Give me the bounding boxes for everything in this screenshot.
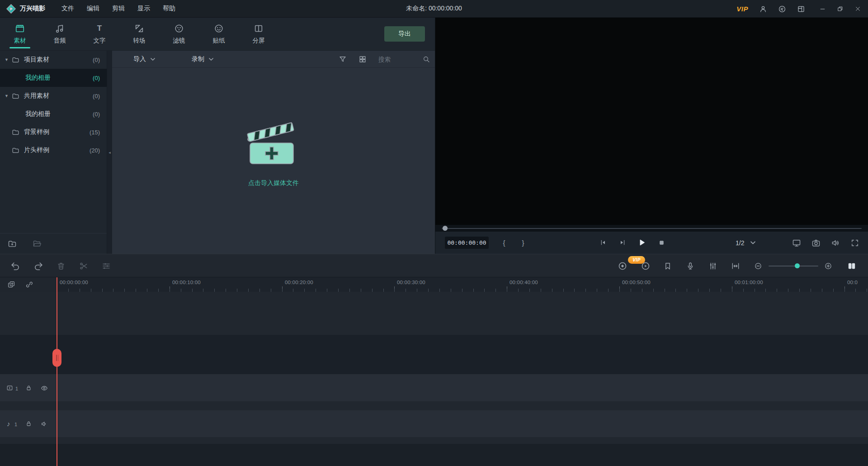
audio-track-mute-button[interactable]: [41, 420, 48, 428]
tab-transitions[interactable]: 转场: [119, 18, 159, 50]
timeline-ruler[interactable]: 00:00:00:00 00:00:10:00 00:00:20:00 00:0…: [0, 277, 868, 292]
mark-in-button[interactable]: {: [500, 232, 508, 254]
disclosure-icon[interactable]: ▼: [5, 57, 12, 62]
timeline-gutter-header: [0, 277, 57, 292]
import-dropdown[interactable]: 导入: [133, 51, 155, 68]
menu-item-file[interactable]: 文件: [55, 0, 80, 17]
display-device-button[interactable]: [792, 238, 801, 247]
volume-button[interactable]: [831, 238, 840, 247]
split-button[interactable]: [79, 262, 88, 271]
next-frame-button[interactable]: [619, 239, 626, 246]
mixer-button[interactable]: [708, 262, 717, 271]
ripple-icon: [731, 262, 740, 271]
close-button[interactable]: [855, 6, 861, 12]
sidebar-item-background-samples[interactable]: 背景样例 (15): [0, 123, 107, 141]
undo-button[interactable]: [10, 261, 20, 271]
tab-media[interactable]: 素材: [0, 18, 40, 50]
tab-filters[interactable]: 滤镜: [159, 18, 199, 50]
ruler-track[interactable]: 00:00:00:00 00:00:10:00 00:00:20:00 00:0…: [57, 277, 868, 292]
search-icon[interactable]: [423, 56, 430, 63]
panel-collapse-handle[interactable]: ◂: [107, 51, 112, 254]
sidebar-item-my-album[interactable]: 我的相册 (0): [0, 69, 107, 87]
menu-item-help[interactable]: 帮助: [156, 0, 182, 17]
view-mode-button[interactable]: [359, 55, 367, 63]
folder-icon: [12, 92, 19, 100]
sidebar-item-count: (0): [93, 111, 100, 118]
video-track-row[interactable]: [0, 374, 868, 401]
feedback-icon[interactable]: [778, 5, 786, 13]
sidebar-item-shared-media[interactable]: ▼ 共用素材 (0): [0, 87, 107, 105]
fullscreen-button[interactable]: [850, 238, 859, 247]
marker-button[interactable]: [663, 262, 672, 271]
stop-button[interactable]: [659, 240, 665, 246]
tab-label: 贴纸: [213, 37, 225, 45]
link-button[interactable]: [25, 281, 33, 289]
redo-icon: [33, 261, 43, 271]
seek-track[interactable]: [442, 228, 862, 229]
prev-frame-button[interactable]: [599, 239, 607, 246]
tab-text[interactable]: T 文字: [80, 18, 119, 50]
media-toolbar: 导入 录制: [112, 51, 435, 68]
quality-value: 1/2: [736, 239, 744, 247]
window-title: 未命名: 00:00:00:00: [406, 5, 462, 13]
minimize-button[interactable]: [820, 6, 826, 12]
panel-layout-button[interactable]: [847, 261, 857, 271]
menu-item-edit[interactable]: 编辑: [80, 0, 106, 17]
sidebar-item-intro-samples[interactable]: 片头样例 (20): [0, 141, 107, 159]
workspace-layout-icon[interactable]: [797, 5, 805, 13]
sticker-smiley-icon: [214, 24, 224, 33]
filter-button[interactable]: [339, 55, 347, 63]
tab-label: 滤镜: [173, 37, 185, 45]
keyframe-button[interactable]: [618, 261, 627, 271]
playhead[interactable]: [57, 277, 57, 466]
new-folder-button[interactable]: [8, 239, 17, 248]
account-icon[interactable]: [759, 5, 767, 13]
seek-bar[interactable]: [435, 225, 868, 232]
delete-button[interactable]: [57, 262, 66, 271]
disclosure-icon[interactable]: ▼: [5, 94, 12, 98]
audio-track-lock-button[interactable]: [25, 420, 32, 427]
video-track-visibility-button[interactable]: [41, 385, 48, 392]
camera-icon: [811, 238, 821, 247]
play-button[interactable]: [638, 238, 646, 247]
funnel-icon: [339, 55, 347, 63]
zoom-slider-thumb[interactable]: [795, 263, 800, 268]
menu-item-clip[interactable]: 剪辑: [106, 0, 131, 17]
sidebar-item-my-album-2[interactable]: 我的相册 (0): [0, 105, 107, 123]
bookmark-icon: [663, 262, 672, 271]
export-button[interactable]: 导出: [384, 26, 425, 42]
folder-icon: [12, 147, 19, 154]
voiceover-button[interactable]: [686, 262, 695, 271]
lock-icon: [25, 420, 32, 427]
sidebar-item-project-media[interactable]: ▼ 项目素材 (0): [0, 51, 107, 69]
media-sidebar: ▼ 项目素材 (0) 我的相册 (0) ▼ 共用素材 (0) 我的相册 (0) …: [0, 51, 107, 254]
tab-audio[interactable]: 音频: [40, 18, 80, 50]
tab-stickers[interactable]: 贴纸: [199, 18, 239, 50]
seek-handle[interactable]: [443, 226, 448, 231]
zoom-slider-track[interactable]: [769, 266, 818, 266]
ripple-edit-button[interactable]: [731, 262, 740, 271]
search-input[interactable]: [378, 56, 419, 63]
mark-out-button[interactable]: }: [519, 232, 527, 254]
import-media-dropzone[interactable]: 点击导入媒体文件: [112, 119, 435, 187]
record-dropdown[interactable]: 录制: [192, 51, 213, 68]
playback-quality-dropdown[interactable]: 1/2: [736, 232, 755, 254]
delete-folder-icon[interactable]: [33, 239, 42, 248]
zoom-out-button[interactable]: [754, 262, 762, 270]
redo-button[interactable]: [33, 261, 43, 271]
vip-badge[interactable]: VIP: [736, 5, 748, 13]
video-track-lock-button[interactable]: [25, 385, 32, 391]
zoom-in-button[interactable]: [824, 262, 832, 270]
manage-tracks-button[interactable]: [7, 281, 15, 289]
menu-item-view[interactable]: 显示: [131, 0, 156, 17]
audio-track-row[interactable]: [0, 410, 868, 437]
playhead-handle[interactable]: [52, 349, 61, 367]
menubar: 文件 编辑 剪辑 显示 帮助: [55, 0, 182, 17]
restore-button[interactable]: [837, 6, 843, 12]
adjust-button[interactable]: [102, 262, 111, 271]
search-box[interactable]: [377, 53, 432, 65]
tab-splitscreen[interactable]: 分屏: [239, 18, 278, 50]
zoom-slider[interactable]: [769, 262, 818, 270]
sidebar-item-label: 背景样例: [24, 128, 49, 136]
snapshot-button[interactable]: [811, 238, 821, 247]
